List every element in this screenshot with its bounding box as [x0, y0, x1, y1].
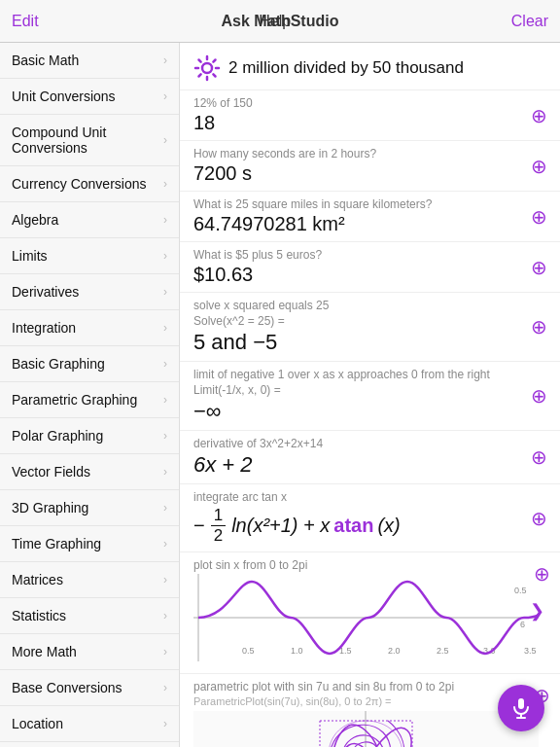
sidebar-item-matrices[interactable]: Matrices› [0, 562, 179, 598]
sidebar-item-label: Derivatives [12, 284, 163, 300]
sidebar-item-label: Parametric Graphing [12, 392, 163, 408]
expand-button[interactable]: ⊕ [527, 315, 550, 338]
result-answer: −∞ [193, 399, 546, 424]
result-query: solve x squared equals 25 [193, 299, 546, 312]
result-item: How many seconds are in 2 hours? 7200 s … [180, 141, 560, 192]
sidebar-item-label: Compound Unit Conversions [12, 124, 163, 156]
result-answer: $10.63 [193, 264, 546, 286]
sidebar-item-label: Statistics [12, 608, 163, 623]
sidebar-item-label: Location [12, 716, 163, 731]
result-query: How many seconds are in 2 hours? [193, 147, 546, 160]
sidebar-item-basic-graphing[interactable]: Basic Graphing› [0, 346, 179, 382]
result-query: limit of negative 1 over x as x approach… [193, 368, 546, 381]
chevron-right-icon: › [163, 681, 167, 694]
result-item: What is $5 plus 5 euros? $10.63 ⊕ [180, 242, 560, 293]
chevron-right-icon: › [163, 213, 167, 227]
graph-svg-area: 0.5 1.0 1.5 2.0 2.5 3.0 3.5 6 0.5 ❯ [193, 574, 546, 665]
sidebar-item-statistics[interactable]: Statistics› [0, 598, 179, 634]
chevron-right-icon: › [163, 177, 167, 191]
sidebar-item-label: Matrices [12, 572, 163, 587]
chevron-right-icon: › [163, 285, 167, 299]
sidebar-item-label: Algebra [12, 212, 163, 228]
expand-button[interactable]: ⊕ [527, 445, 550, 469]
sidebar-item-integration[interactable]: Integration› [0, 310, 179, 346]
svg-point-0 [202, 63, 212, 73]
sidebar-item-polar-graphing[interactable]: Polar Graphing› [0, 418, 179, 454]
mic-icon [510, 697, 532, 719]
graph-sin: plot sin x from 0 to 2pi ⊕ 0.5 1.0 1.5 2… [180, 552, 560, 674]
sidebar-item-label: Integration [12, 320, 163, 336]
sidebar-item-time-graphing[interactable]: Time Graphing› [0, 526, 179, 562]
sidebar-item-currency-conversions[interactable]: Currency Conversions› [0, 166, 179, 202]
sidebar-item-vector-fields[interactable]: Vector Fields› [0, 454, 179, 490]
svg-text:3.5: 3.5 [524, 646, 537, 656]
sidebar: Basic Math›Unit Conversions›Compound Uni… [0, 43, 180, 747]
result-query: What is 25 square miles in square kilome… [193, 197, 546, 211]
graph-query: plot sin x from 0 to 2pi [180, 552, 560, 574]
result-item: 12% of 150 18 ⊕ [180, 90, 560, 141]
mic-button[interactable] [498, 685, 544, 731]
sidebar-item-more-math[interactable]: More Math› [0, 634, 179, 670]
result-answer: − 1 2 ln(x²+1) + x atan (x) [193, 506, 546, 546]
chevron-right-icon: › [163, 537, 167, 551]
chevron-right-icon: › [163, 321, 167, 335]
chevron-right-icon: › [163, 609, 167, 622]
result-item: What is 25 square miles in square kilome… [180, 192, 560, 242]
chevron-right-icon: › [163, 249, 167, 263]
chevron-right-icon: › [163, 429, 167, 443]
sidebar-item-label: Basic Math [12, 53, 163, 68]
clear-button[interactable]: Clear [511, 13, 548, 30]
result-answer: 18 [193, 112, 546, 134]
result-query: integrate arc tan x [193, 490, 546, 504]
svg-text:2.5: 2.5 [437, 646, 449, 656]
svg-text:6: 6 [520, 620, 525, 629]
result-subquery: Limit(-1/x, x, 0) = [193, 383, 546, 397]
sidebar-item-algebra[interactable]: Algebra› [0, 202, 179, 238]
sidebar-item-label: 3D Graphing [12, 500, 163, 516]
sidebar-item-unit-conversions[interactable]: Unit Conversions› [0, 79, 179, 115]
sidebar-item-limits[interactable]: Limits› [0, 238, 179, 274]
sidebar-item-label: Limits [12, 248, 163, 264]
topbar: Edit Help Ask MathStudio Clear [0, 0, 560, 43]
chevron-right-icon: › [163, 357, 167, 371]
svg-text:1.0: 1.0 [291, 646, 303, 656]
sidebar-item-location[interactable]: Location› [0, 706, 179, 742]
sidebar-item-derivatives[interactable]: Derivatives› [0, 274, 179, 310]
expand-button[interactable]: ⊕ [527, 205, 550, 229]
sidebar-item-weather[interactable]: Weather› [0, 742, 179, 747]
result-query: derivative of 3x^2+2x+14 [193, 437, 546, 450]
header-query-text: 2 million divided by 50 thousand [228, 58, 464, 78]
topbar-title: Ask MathStudio [222, 13, 339, 30]
sidebar-item-compound-unit-conversions[interactable]: Compound Unit Conversions› [0, 115, 179, 166]
sidebar-item-parametric-graphing[interactable]: Parametric Graphing› [0, 382, 179, 418]
sidebar-item-3d-graphing[interactable]: 3D Graphing› [0, 490, 179, 526]
result-item: solve x squared equals 25 Solve(x^2 = 25… [180, 293, 560, 362]
graph-arrow-icon[interactable]: ❯ [530, 600, 544, 622]
chevron-right-icon: › [163, 89, 167, 103]
sidebar-item-label: Currency Conversions [12, 176, 163, 192]
result-item: integrate arc tan x − 1 2 ln(x²+1) + x a… [180, 484, 560, 552]
chevron-right-icon: › [163, 717, 167, 730]
expand-button[interactable]: ⊕ [527, 384, 550, 408]
chevron-right-icon: › [163, 53, 167, 67]
result-answer: 6x + 2 [193, 452, 546, 478]
edit-button[interactable]: Edit [12, 13, 39, 30]
result-answer: 7200 s [193, 162, 546, 185]
expand-button[interactable]: ⊕ [527, 104, 550, 127]
svg-text:0.5: 0.5 [242, 646, 255, 656]
sidebar-item-label: Time Graphing [12, 536, 163, 551]
sidebar-item-base-conversions[interactable]: Base Conversions› [0, 670, 179, 706]
expand-button[interactable]: ⊕ [527, 507, 550, 530]
content-area: 2 million divided by 50 thousand 12% of … [180, 43, 560, 747]
result-answer: 5 and −5 [193, 330, 546, 355]
chevron-right-icon: › [163, 501, 167, 515]
chevron-right-icon: › [163, 393, 167, 407]
expand-button[interactable]: ⊕ [527, 155, 550, 178]
expand-button[interactable]: ⊕ [527, 256, 550, 279]
sidebar-item-label: Unit Conversions [12, 89, 163, 104]
chevron-right-icon: › [163, 573, 167, 587]
sidebar-item-basic-math[interactable]: Basic Math› [0, 43, 179, 79]
header-query: 2 million divided by 50 thousand [180, 43, 560, 90]
chevron-right-icon: › [163, 465, 167, 479]
result-subquery: Solve(x^2 = 25) = [193, 314, 546, 328]
